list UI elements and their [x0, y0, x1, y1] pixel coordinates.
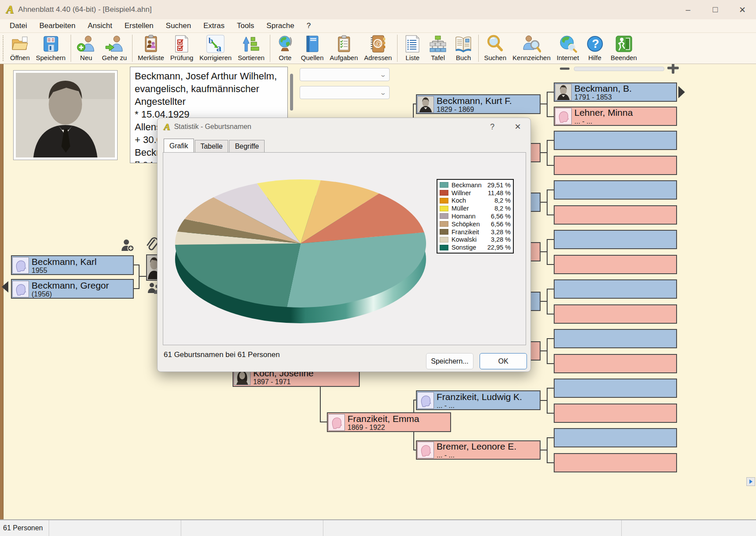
toolbar-separator [132, 35, 133, 62]
zoom-slider-track[interactable] [574, 67, 664, 71]
menu-item-datei[interactable]: Datei [4, 19, 33, 32]
toolbar-button-orte[interactable]: Orte [272, 33, 298, 64]
person-box-lehner[interactable]: Lehner, Minna... - ... [554, 107, 677, 126]
menu-item-suchen[interactable]: Suchen [160, 19, 197, 32]
navigate-right-arrow[interactable] [678, 86, 685, 98]
info-panel-scrollbar[interactable] [290, 74, 293, 111]
toolbar-button-prüfung[interactable]: Prüfung [167, 33, 197, 64]
person-name: Lehner, Minna [574, 107, 633, 118]
tab-begriffe[interactable]: Begriffe [229, 140, 265, 153]
person-box-kurt[interactable]: Beckmann, Kurt F.1829 - 1869 [416, 94, 541, 114]
legend-label: Sonstige [451, 244, 487, 251]
person-box-empty[interactable] [554, 428, 677, 447]
dialog-close-button[interactable]: ✕ [505, 118, 530, 136]
help-icon: ? [585, 34, 605, 54]
person-box-empty[interactable] [554, 379, 677, 398]
toolbar-button-aufgaben[interactable]: Aufgaben [327, 33, 361, 64]
status-segment [49, 520, 181, 536]
toolbar-drag-handle[interactable] [3, 36, 6, 61]
dialog-title-bar[interactable]: A Statistik - Geburtsnamen ? ✕ [158, 118, 530, 136]
menu-item-?[interactable]: ? [301, 19, 317, 32]
address-book-icon: @ [368, 34, 387, 54]
person-box-empty[interactable] [554, 453, 677, 472]
tree-connector-line [547, 116, 554, 117]
person-box-karl[interactable]: Beckmann, Karl1955 [11, 255, 134, 275]
toolbar-button-tafel[interactable]: Tafel [425, 33, 451, 64]
portrait-photo[interactable] [13, 70, 118, 160]
tab-grafik[interactable]: Grafik [164, 139, 194, 153]
toolbar-button-hilfe[interactable]: ?Hilfe [582, 33, 608, 64]
combo-box-1[interactable]: ⌄ [300, 68, 390, 81]
navigate-left-arrow[interactable] [2, 281, 8, 293]
person-box-empty[interactable] [554, 131, 677, 150]
person-box-empty[interactable] [554, 156, 677, 175]
maximize-button[interactable]: □ [702, 0, 729, 19]
toolbar-button-ffnen[interactable]: Öffnen [7, 33, 33, 64]
chart-tree-icon [428, 34, 448, 54]
person-box-empty[interactable] [554, 180, 677, 200]
add-person-icon[interactable] [120, 239, 134, 253]
person-box-empty[interactable] [554, 329, 677, 348]
person-box-ludwig[interactable]: Franzikeit, Ludwig K.... - ... [416, 390, 541, 410]
person-photo-avatar [555, 84, 572, 100]
tree-connector-line [541, 104, 547, 104]
person-box-empty[interactable] [554, 279, 677, 299]
toolbar-button-beenden[interactable]: Beenden [608, 33, 640, 64]
menu-item-erstellen[interactable]: Erstellen [118, 19, 160, 32]
toolbar-button-buch[interactable]: Buch [451, 33, 476, 64]
combo-box-2[interactable]: ⌄ [300, 86, 390, 99]
person-box-bremer[interactable]: Bremer, Leonore E.... - ... [416, 440, 541, 460]
toolbar-button-adressen[interactable]: @Adressen [361, 33, 395, 64]
new-person-icon [76, 34, 96, 54]
ok-button[interactable]: OK [480, 353, 527, 369]
person-box-empty[interactable] [554, 255, 677, 274]
toolbar-button-speichern[interactable]: Speichern [33, 33, 69, 64]
paperclip-icon[interactable] [146, 237, 158, 252]
person-box-empty[interactable] [554, 304, 677, 324]
menu-item-ansicht[interactable]: Ansicht [82, 19, 118, 32]
tab-tabelle[interactable]: Tabelle [195, 140, 229, 153]
menu-item-tools[interactable]: Tools [231, 19, 261, 32]
tree-connector-line [547, 437, 554, 438]
toolbar-separator [478, 35, 479, 62]
legend-label: Müller [451, 205, 494, 212]
person-box-gregor[interactable]: Beckmann, Gregor(1956) [11, 279, 134, 299]
toolbar-button-label: Öffnen [10, 54, 30, 61]
scrollbar-arrow[interactable] [746, 477, 755, 486]
save-button[interactable]: Speichern... [426, 353, 473, 369]
legend-percent: 6,56 % [491, 221, 511, 228]
person-box-empty[interactable] [554, 230, 677, 249]
toolbar-button-kennzeichen[interactable]: Kennzeichen [509, 33, 554, 64]
legend-label: Homann [451, 213, 491, 220]
zoom-out-button[interactable] [560, 68, 570, 70]
legend-label: Willner [451, 189, 488, 197]
minimize-button[interactable]: – [674, 0, 702, 19]
toolbar-button-sortieren[interactable]: Sortieren [235, 33, 268, 64]
close-button[interactable]: ✕ [729, 0, 756, 19]
zoom-in-button[interactable] [667, 64, 679, 74]
legend-row: Homann6,56 % [440, 213, 511, 220]
dialog-help-button[interactable]: ? [480, 118, 505, 136]
person-box-beckmann_b[interactable]: Beckmann, B.1791 - 1853 [554, 82, 677, 102]
toolbar-button-korrigieren[interactable]: baKorrigieren [197, 33, 235, 64]
person-box-empty[interactable] [554, 354, 677, 373]
person-box-empty[interactable] [554, 404, 677, 423]
person-silhouette-icon [417, 442, 434, 458]
toolbar-button-quellen[interactable]: Quellen [298, 33, 327, 64]
toolbar-button-label: Prüfung [170, 54, 193, 61]
person-box-emma[interactable]: Franzikeit, Emma1869 - 1922 [327, 412, 451, 432]
toolbar-button-gehezu[interactable]: Gehe zu [99, 33, 130, 64]
menu-item-bearbeiten[interactable]: Bearbeiten [33, 19, 82, 32]
menu-item-extras[interactable]: Extras [197, 19, 230, 32]
tree-connector-line [547, 413, 554, 414]
pie-slice-beckmann [287, 232, 426, 307]
menu-item-sprache[interactable]: Sprache [260, 19, 300, 32]
toolbar-button-liste[interactable]: Liste [400, 33, 425, 64]
open-book-icon [454, 34, 473, 54]
person-box-empty[interactable] [554, 205, 677, 225]
toolbar-button-merkliste[interactable]: Merkliste [135, 33, 167, 64]
legend-percent: 6,56 % [491, 213, 511, 220]
toolbar-button-internet[interactable]: Internet [554, 33, 582, 64]
toolbar-button-suchen[interactable]: Suchen [481, 33, 509, 64]
toolbar-button-neu[interactable]: Neu [73, 33, 99, 64]
